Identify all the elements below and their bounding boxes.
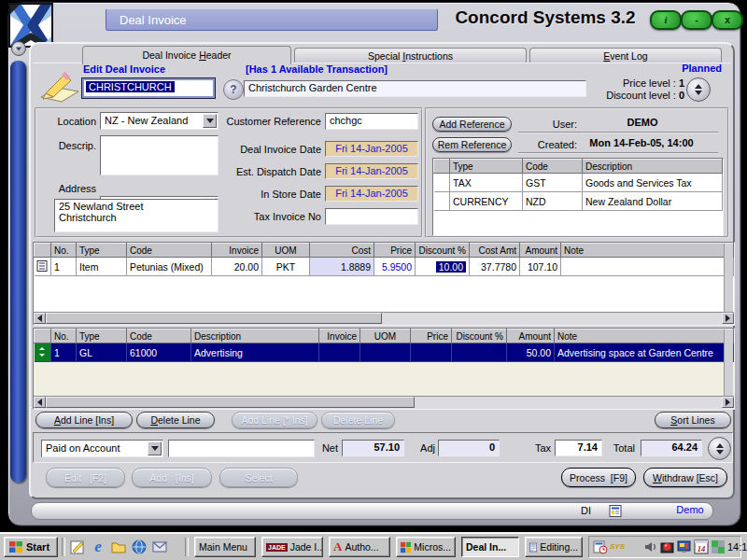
item-discount-cell[interactable]: 10.00: [416, 258, 470, 276]
taskbar-button-microsoft[interactable]: Micros...: [396, 537, 456, 557]
gl-col-description[interactable]: Description: [191, 329, 319, 343]
payment-method-dropdown[interactable]: Paid on Account: [41, 440, 163, 457]
scroll-thumb[interactable]: [46, 313, 382, 324]
taskbar-button-editing[interactable]: Editing...: [525, 537, 583, 557]
level-spinner[interactable]: [686, 77, 711, 102]
item-note[interactable]: [561, 258, 734, 276]
ref-description[interactable]: New Zealand Dollar: [583, 192, 723, 211]
gl-row-selected[interactable]: 1 GL 61000 Advertising 50.00 Advertising…: [35, 343, 734, 362]
info-button[interactable]: i: [650, 10, 682, 30]
in-store-date-field[interactable]: Fri 14-Jan-2005: [325, 186, 418, 202]
ref-col-code[interactable]: Code: [523, 160, 583, 174]
sort-lines-button[interactable]: Sort Lines: [655, 412, 731, 428]
minimize-button[interactable]: -: [681, 10, 712, 30]
item-code[interactable]: Petunias (Mixed): [127, 258, 212, 276]
scroll-thumb[interactable]: [46, 397, 415, 408]
tab-special-instructions[interactable]: Special Instructions: [294, 48, 527, 63]
add-reference-button[interactable]: Add Reference: [432, 117, 512, 132]
item-cost[interactable]: 1.8889: [310, 258, 374, 276]
gl-description[interactable]: Advertising: [191, 343, 319, 362]
item-col-amount[interactable]: Amount: [520, 244, 561, 258]
gl-col-type[interactable]: Type: [77, 329, 127, 343]
sys-tray-icon[interactable]: SYS: [610, 539, 625, 554]
reference-row[interactable]: TAX GST Goods and Services Tax: [434, 174, 723, 192]
gl-col-note[interactable]: Note: [555, 329, 734, 343]
taskbar-button-jade[interactable]: JADE Jade I...: [261, 537, 323, 557]
add-button[interactable]: Add [Ins]: [132, 468, 212, 487]
item-vertical-scrollbar[interactable]: [724, 244, 733, 312]
taskbar-button-main-menu[interactable]: Main Menu: [194, 537, 256, 557]
item-cost-amt[interactable]: 37.7780: [470, 258, 520, 276]
gl-amount[interactable]: 50.00: [507, 343, 555, 362]
item-uom[interactable]: PKT: [262, 258, 310, 276]
adj-field[interactable]: 0: [438, 440, 500, 456]
gl-vertical-scrollbar[interactable]: [724, 329, 733, 396]
tax-invoice-input[interactable]: [325, 208, 418, 225]
gl-code[interactable]: 61000: [127, 343, 191, 362]
edit-button[interactable]: Edit [F2]: [46, 468, 125, 487]
payment-detail-input[interactable]: [168, 440, 315, 457]
document-status-icon[interactable]: [609, 505, 623, 517]
help-button[interactable]: ?: [223, 79, 244, 100]
item-col-cost[interactable]: Cost: [310, 244, 374, 258]
item-col-type[interactable]: Type: [77, 244, 127, 258]
display-tray-icon[interactable]: [677, 539, 692, 554]
scroll-left-button[interactable]: [34, 397, 46, 408]
gl-col-code[interactable]: Code: [127, 329, 191, 343]
reference-row[interactable]: CURRENCY NZD New Zealand Dollar: [434, 192, 723, 211]
rem-reference-button[interactable]: Rem Reference: [432, 137, 512, 152]
ref-type[interactable]: TAX: [450, 174, 523, 192]
delete-gl-line-button[interactable]: Delete Line: [321, 412, 395, 428]
gl-horizontal-scrollbar[interactable]: [34, 396, 734, 409]
gl-col-price[interactable]: Price: [411, 329, 452, 343]
taskbar-button-author[interactable]: A Autho...: [329, 537, 390, 557]
add-line-button[interactable]: Add Line [Ins]: [35, 412, 133, 428]
gl-uom[interactable]: [360, 343, 411, 362]
gl-price[interactable]: [411, 343, 452, 362]
quicklaunch-globe-icon[interactable]: [131, 539, 148, 555]
quicklaunch-folder-icon[interactable]: [110, 539, 127, 555]
ref-code[interactable]: NZD: [523, 192, 583, 211]
ref-col-type[interactable]: Type: [450, 160, 523, 174]
scroll-left-button[interactable]: [34, 313, 46, 324]
delete-line-button[interactable]: Delete Line: [136, 412, 215, 428]
totals-spinner[interactable]: [708, 437, 731, 460]
gl-col-invoice[interactable]: Invoice: [319, 329, 360, 343]
item-col-no[interactable]: No.: [51, 244, 77, 258]
ref-code[interactable]: GST: [523, 174, 583, 192]
calendar-tray-icon[interactable]: 14: [694, 539, 709, 554]
withdraw-button[interactable]: Withdraw [Esc]: [643, 468, 727, 487]
item-row[interactable]: 1 Item Petunias (Mixed) 20.00 PKT 1.8889…: [35, 258, 734, 276]
dispatch-date-field[interactable]: Fri 14-Jan-2005: [325, 163, 418, 179]
deal-invoice-date-field[interactable]: Fri 14-Jan-2005: [325, 141, 418, 157]
item-col-invoice[interactable]: Invoice: [212, 244, 262, 258]
gl-col-amount[interactable]: Amount: [507, 329, 555, 343]
tab-deal-invoice-header[interactable]: Deal Invoice Header: [82, 46, 291, 64]
network-tray-icon[interactable]: [711, 539, 726, 554]
item-col-uom[interactable]: UOM: [262, 244, 310, 258]
item-col-discount[interactable]: Discount %: [416, 244, 470, 258]
item-type[interactable]: Item: [77, 258, 127, 276]
item-no[interactable]: 1: [51, 258, 77, 276]
agent-tray-icon[interactable]: [660, 539, 675, 554]
scheduler-tray-icon[interactable]: [593, 539, 608, 554]
close-button[interactable]: x: [712, 10, 743, 30]
ref-type[interactable]: CURRENCY: [450, 192, 523, 211]
scroll-right-button[interactable]: [722, 397, 734, 408]
item-col-note[interactable]: Note: [561, 244, 734, 258]
gl-invoice[interactable]: [319, 343, 360, 362]
quicklaunch-mail-icon[interactable]: [151, 539, 168, 555]
volume-tray-icon[interactable]: [643, 539, 658, 554]
taskbar-button-deal-invoice[interactable]: Deal In...: [461, 537, 519, 557]
scroll-right-button[interactable]: [722, 313, 734, 324]
tax-field[interactable]: 7.14: [555, 440, 602, 456]
ref-col-description[interactable]: Description: [583, 160, 723, 174]
tab-event-log[interactable]: Event Log: [529, 48, 722, 63]
item-col-code[interactable]: Code: [127, 244, 212, 258]
item-amount[interactable]: 107.10: [520, 258, 561, 276]
gl-discount[interactable]: [452, 343, 507, 362]
window-menu-button[interactable]: [11, 41, 26, 56]
window-title-bar[interactable]: Deal Invoice: [106, 8, 438, 31]
gl-note[interactable]: Advertising space at Garden Centre: [555, 343, 734, 362]
clock[interactable]: 14:16: [727, 541, 747, 553]
